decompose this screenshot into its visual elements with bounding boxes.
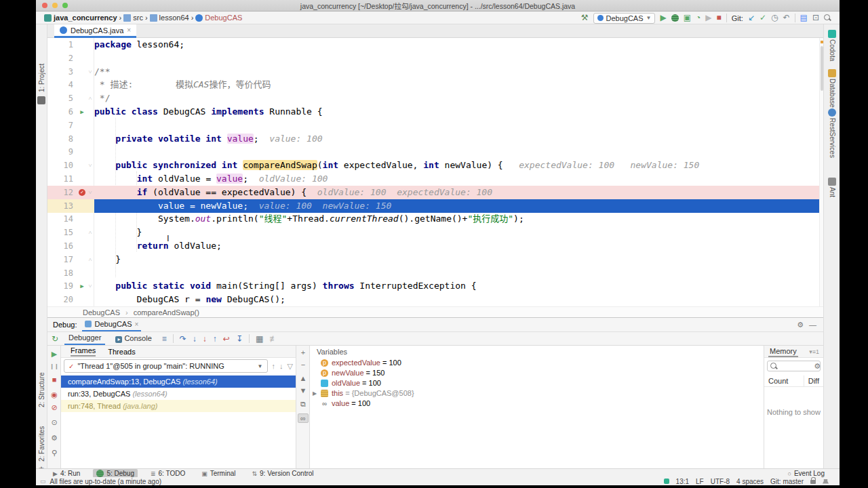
resume-icon[interactable]: ▶ [47,350,61,359]
code-line-18[interactable]: 18 [47,266,819,280]
move-up-icon[interactable]: ▲ [296,374,310,382]
status-caret-position[interactable]: 13:1 [676,478,689,485]
code-line-13[interactable]: 13 value = newValue; value: 100 newValue… [47,199,819,213]
tool-stripe-database[interactable]: Database [829,79,836,108]
code-line-8[interactable]: 8 private volatile int value; value: 100 [47,132,819,146]
frames-tab-threads[interactable]: Threads [108,348,135,356]
code-line-20[interactable]: 20 DebugCAS r = new DebugCAS(); [47,293,819,306]
stop-icon[interactable]: ■ [717,12,722,24]
variable-row[interactable]: ∞value = 100 [310,399,764,409]
rerun-icon[interactable]: ↻ [52,334,58,344]
code-line-1[interactable]: 1package lesson64; [47,38,819,52]
code-line-12[interactable]: 12✓˅ if (oldValue == expectedValue) { ol… [47,186,819,199]
code-line-15[interactable]: 15˄ } [47,226,819,239]
evaluate-expression-icon[interactable]: ▦ [256,334,263,344]
settings-gear-icon[interactable]: ⚙ [797,321,804,329]
code-line-10[interactable]: 10˅ public synchronized int compareAndSw… [47,159,819,172]
commit-icon[interactable]: ✓ [760,12,766,24]
frames-tab-frames[interactable]: Frames [71,346,96,357]
frame-row[interactable]: compareAndSwap:13, DebugCAS (lesson64) [61,375,296,388]
tool-stripe-favorites[interactable]: 2: Favorites [38,426,45,462]
code-line-11[interactable]: 11 int oldValue = value; oldValue: 100 [47,172,819,186]
fold-marker-icon[interactable]: ˅ [87,159,94,172]
step-out-icon[interactable]: ↑ [213,334,217,344]
coverage-icon[interactable]: ▣ [684,12,691,24]
editor-scrollbar[interactable] [819,38,823,317]
memory-search-input[interactable] [767,361,821,371]
variable-row[interactable]: pnewValue = 150 [310,368,764,378]
pin-icon[interactable]: ⚲ [47,449,61,458]
code-line-14[interactable]: 14 System.out.println("线程"+Thread.curren… [47,212,819,226]
debug-tab-console[interactable]: ▸Console [111,333,155,345]
run-anything-icon[interactable]: ⊡ [812,12,819,24]
frame-row[interactable]: run:748, Thread (java.lang) [61,400,296,412]
breadcrumb-class[interactable]: DebugCAS [83,308,120,317]
fold-marker-icon[interactable]: ˄ [87,226,94,239]
breadcrumb-item-src[interactable]: src [123,14,143,22]
scrollbar-thumb[interactable] [821,46,823,91]
variable-row[interactable]: oldValue = 100 [310,378,764,388]
force-step-into-icon[interactable]: ↓ [203,334,207,344]
tool-stripe-structure[interactable]: 2: Structure [38,372,45,407]
step-into-icon[interactable]: ↓ [193,334,197,344]
remove-watch-icon[interactable]: − [296,361,310,369]
debug-tab-debugger[interactable]: Debugger [64,332,105,345]
status-line-ending[interactable]: LF [696,478,704,485]
thread-selector[interactable]: ✓ "Thread 1"@505 in group "main": RUNNIN… [64,359,268,373]
close-session-icon[interactable]: × [135,321,139,328]
code-line-16[interactable]: 16 return oldValue; [47,239,819,253]
code-line-6[interactable]: 6▶public class DebugCAS implements Runna… [47,105,819,119]
search-everywhere-icon[interactable] [824,14,831,22]
update-project-icon[interactable]: ↙ [748,12,755,24]
filter-frames-icon[interactable]: ▽ [288,362,293,371]
run-gutter-icon[interactable]: ▶ [77,105,87,119]
breadcrumb-item-java_concurrency[interactable]: java_concurrency [44,14,117,22]
breadcrumb-item-lesson64[interactable]: lesson64 [150,14,189,22]
status-git-branch[interactable]: Git: master [770,478,804,485]
rollback-icon[interactable]: ↶ [783,12,790,24]
breakpoint-icon[interactable]: ✓ [77,186,87,199]
hide-panel-icon[interactable]: — [809,321,816,329]
fold-marker-icon[interactable]: ˅ [87,186,94,199]
code-line-7[interactable]: 7 [47,119,819,132]
tool-stripe-ant[interactable]: Ant [829,187,836,197]
run-disabled-icon[interactable]: ▶ [705,12,711,24]
run-gutter-icon[interactable]: ▶ [77,279,87,293]
next-frame-icon[interactable]: ↓ [279,362,283,370]
code-line-17[interactable]: 17˄ } [47,253,819,266]
fold-marker-icon[interactable]: ˄ [87,253,94,266]
settings-gear-icon[interactable]: ⚙ [47,434,61,443]
build-hammer-icon[interactable]: ⚒ [581,12,589,24]
profiler-icon[interactable]: ◔ [696,12,701,24]
tool-stripe-restservices[interactable]: RestServices [829,118,836,158]
drop-frame-icon[interactable]: ↩ [223,334,230,344]
fold-marker-icon[interactable]: ˅ [87,65,94,79]
breadcrumb-item-DebugCAS[interactable]: DebugCAS [195,14,242,22]
unlock-icon[interactable] [810,480,816,484]
memory-settings-gear-icon[interactable]: ⚙ [814,362,821,371]
memory-panel-controls[interactable]: ▾≡1 [809,348,819,355]
show-layout-icon[interactable]: ≡ [162,334,167,344]
code-line-3[interactable]: 3˅/** [47,65,819,79]
fold-marker-icon[interactable]: ˅ [87,279,94,293]
pause-icon[interactable]: ❙❙ [47,363,61,369]
close-tab-icon[interactable]: × [127,26,131,34]
expand-arrow-icon[interactable]: ▶ [313,388,317,399]
variable-row[interactable]: pexpectedValue = 100 [310,358,764,368]
mute-breakpoints-icon[interactable]: ⊘ [47,403,61,412]
add-watch-icon[interactable]: + [296,348,310,357]
stop-icon[interactable]: ■ [47,375,61,384]
status-indent-setting[interactable]: 4 spaces [736,478,764,485]
step-over-icon[interactable]: ↷ [180,334,186,344]
debug-bug-icon[interactable] [671,14,679,22]
fold-marker-icon[interactable]: ˄ [87,92,94,105]
show-watches-icon[interactable]: ∞ [298,413,309,423]
code-line-5[interactable]: 5˄ */ [47,92,819,105]
snapshot-camera-icon[interactable]: ⊙ [47,418,61,427]
code-line-9[interactable]: 9 [47,145,819,159]
view-breakpoints-icon[interactable]: ◉ [47,390,61,399]
memory-tab[interactable]: Memory [768,346,798,357]
project-structure-icon[interactable]: ▤ [800,12,808,24]
variable-row[interactable]: ▶this = {DebugCAS@508} [310,388,764,399]
breadcrumb-method[interactable]: compareAndSwap() [134,308,199,317]
